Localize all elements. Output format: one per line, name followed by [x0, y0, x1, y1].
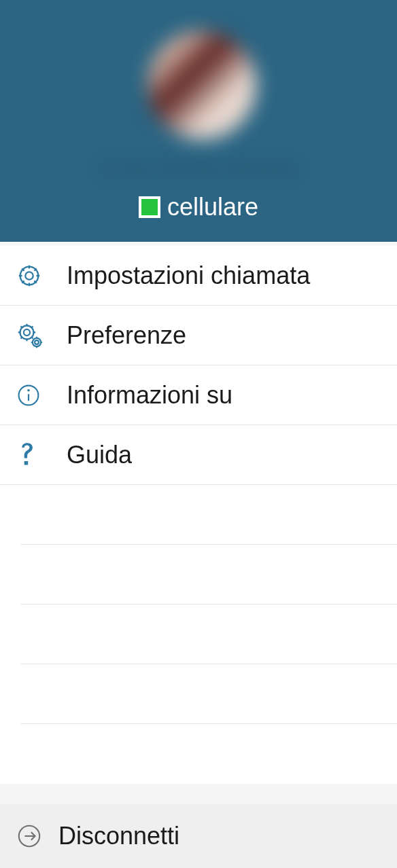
svg-point-1 — [20, 266, 39, 285]
svg-point-5 — [33, 338, 41, 346]
settings-menu: Impostazioni chiamata Preferenze — [0, 242, 397, 784]
sign-out-label: Disconnetti — [58, 822, 179, 850]
menu-item-label: Guida — [67, 441, 132, 469]
svg-point-2 — [24, 329, 30, 335]
svg-point-0 — [25, 272, 33, 279]
menu-item-call-settings[interactable]: Impostazioni chiamata — [0, 246, 397, 306]
list-item — [20, 664, 397, 724]
gear-icon — [16, 263, 50, 289]
sign-out-icon — [16, 823, 42, 849]
help-icon — [16, 441, 50, 469]
list-item — [20, 604, 397, 664]
profile-name: Lisa Della Motta — [101, 153, 297, 181]
profile-header: Lisa Della Motta cellulare — [0, 0, 397, 242]
avatar[interactable] — [148, 31, 256, 139]
menu-item-label: Informazioni su — [67, 381, 232, 410]
list-item — [20, 724, 397, 784]
status-row[interactable]: cellulare — [139, 193, 258, 221]
status-label: cellulare — [167, 193, 258, 221]
menu-item-label: Impostazioni chiamata — [67, 261, 310, 290]
info-icon — [16, 383, 50, 408]
presence-square-icon — [139, 196, 160, 218]
svg-point-4 — [35, 340, 39, 344]
sign-out-button[interactable]: Disconnetti — [0, 804, 397, 868]
menu-item-about[interactable]: Informazioni su — [0, 365, 397, 425]
list-item — [20, 545, 397, 604]
list-item — [20, 485, 397, 545]
menu-item-help[interactable]: Guida — [0, 425, 397, 485]
menu-item-preferences[interactable]: Preferenze — [0, 306, 397, 365]
svg-point-7 — [27, 389, 30, 392]
gears-icon — [16, 322, 50, 349]
menu-item-label: Preferenze — [67, 321, 186, 350]
